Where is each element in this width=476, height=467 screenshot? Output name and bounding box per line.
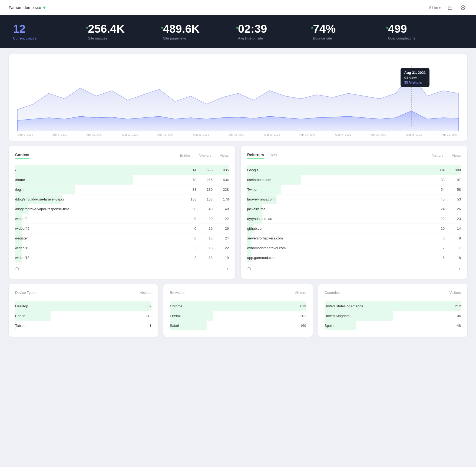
stat-site-uniques: 256.4K Site uniques xyxy=(88,23,163,40)
row-visitors: 619 xyxy=(290,304,306,308)
row-label: dyrynda.com.au xyxy=(247,217,428,221)
x-label-10: Aug 26, 2021 xyxy=(371,133,387,136)
row-views: 23 xyxy=(445,217,461,221)
row-visitors: 48 xyxy=(445,324,461,328)
x-label-5: Aug 16, 2021 xyxy=(193,133,209,136)
goal-completions-label: Goal completions xyxy=(388,36,463,40)
row-label: United States of America xyxy=(325,304,445,308)
row-visitors: 22 xyxy=(428,217,445,221)
svg-line-6 xyxy=(18,270,19,271)
browsers-card: Browsers Visitors Chrome 619 Firefox 201… xyxy=(163,284,313,337)
row-label: usefathom.com xyxy=(247,178,428,182)
row-views: 14 xyxy=(445,226,461,231)
row-visitors: 8 xyxy=(428,236,445,240)
bottom-row: Device Types Visitors Desktop 809 Phone … xyxy=(9,284,467,337)
row-label: dynamodbforlaravel.com xyxy=(247,246,428,250)
content-table-card: Content Entries Viewers Views / 614 655 … xyxy=(9,146,235,279)
search-icon-content[interactable] xyxy=(15,267,19,272)
row-entries: 88 xyxy=(180,188,196,192)
viewers-header: Viewers xyxy=(199,154,211,157)
row-viewers: 189 xyxy=(196,188,213,192)
time-range-label[interactable]: All time xyxy=(429,5,441,10)
row-visitors: 1 xyxy=(135,324,151,328)
row-views: 97 xyxy=(445,178,461,182)
row-views: 26 xyxy=(213,226,229,231)
table-row: Twitter 54 58 xyxy=(247,185,461,195)
table-row: serversforhackers.com 8 8 xyxy=(247,234,461,243)
devices-rows: Desktop 809 Phone 212 Tablet 1 xyxy=(15,301,151,330)
settings-icon[interactable] xyxy=(459,3,467,12)
row-viewers: 18 xyxy=(196,246,213,250)
x-label-3: Aug 12, 2021 xyxy=(122,133,138,136)
row-visitors: 212 xyxy=(445,304,461,308)
views-header-refs: Views xyxy=(452,154,461,157)
list-item: Safari 169 xyxy=(170,321,306,330)
row-label: laravel-news.com xyxy=(247,197,428,201)
table-row: /video/49 0 19 26 xyxy=(15,224,229,234)
devices-card: Device Types Visitors Desktop 809 Phone … xyxy=(9,284,158,337)
row-entries: 0 xyxy=(180,226,196,231)
list-item: United States of America 212 xyxy=(325,301,461,311)
arrow-right-icon-content[interactable] xyxy=(224,267,229,272)
arrow-right-icon-referrers[interactable] xyxy=(457,267,461,272)
row-entries: 2 xyxy=(180,256,196,260)
site-name: Fathom demo site xyxy=(9,5,41,10)
list-item: Firefox 201 xyxy=(170,311,306,321)
row-label: /video/13 xyxy=(15,256,180,260)
row-visitors: 169 xyxy=(290,324,306,328)
entries-header: Entries xyxy=(180,154,191,157)
row-views: 22 xyxy=(213,246,229,250)
row-label: app.gumroad.com xyxy=(247,256,428,260)
x-label-2: Aug 10, 2021 xyxy=(86,133,103,136)
stat-site-pageviews: 489.6K Site pageviews xyxy=(163,23,238,40)
row-views: 26 xyxy=(445,207,461,211)
row-visitors: 10 xyxy=(428,226,445,231)
refs-tab[interactable]: Refs xyxy=(269,153,277,158)
row-views: 7 xyxy=(445,246,461,250)
referrers-table-card: Referrers Refs Visitors Views Google 334… xyxy=(241,146,467,279)
search-icon-referrers[interactable] xyxy=(247,267,252,272)
main-content: Aug 6, 2021 Aug 8, 2021 Aug 10, 2021 Aug… xyxy=(0,48,476,343)
table-row: /video/10 2 18 22 xyxy=(15,243,229,253)
content-rows: / 614 655 835 /home 78 216 434 /login 88… xyxy=(15,165,229,262)
goal-completions-value: 499 xyxy=(388,23,463,35)
table-row: usefathom.com 83 97 xyxy=(247,175,461,185)
row-views: 19 xyxy=(213,256,229,260)
browsers-col: Visitors xyxy=(295,291,306,295)
row-entries: 36 xyxy=(180,207,196,211)
chart-x-labels: Aug 6, 2021 Aug 8, 2021 Aug 10, 2021 Aug… xyxy=(17,133,459,136)
table-row: github.com 10 14 xyxy=(247,224,461,234)
row-visitors: 7 xyxy=(428,246,445,250)
row-views: 48 xyxy=(213,207,229,211)
calendar-icon[interactable] xyxy=(446,3,454,12)
current-visitors-label: Current visitors xyxy=(13,36,88,40)
row-viewers: 18 xyxy=(196,256,213,260)
list-item: Phone 212 xyxy=(15,311,151,321)
countries-header: Countries Visitors xyxy=(325,291,461,297)
bounce-rate-label: Bounce rate xyxy=(313,36,388,40)
live-indicator xyxy=(43,6,45,9)
referrers-tab[interactable]: Referrers xyxy=(247,153,264,159)
table-row: / 614 655 835 xyxy=(15,165,229,175)
referrers-rows: Google 334 388 usefathom.com 83 97 Twitt… xyxy=(247,165,461,262)
row-label: Phone xyxy=(15,314,135,318)
svg-point-4 xyxy=(462,7,464,8)
row-label: /blog/improve-vapor-response-time xyxy=(15,207,180,211)
top-right-controls: All time xyxy=(429,3,467,12)
stat-goal-completions: 499 Goal completions xyxy=(388,23,463,40)
x-label-9: Aug 24, 2021 xyxy=(335,133,351,136)
site-selector[interactable]: Fathom demo site xyxy=(9,5,45,10)
countries-rows: United States of America 212 United King… xyxy=(325,301,461,330)
row-views: 228 xyxy=(213,188,229,192)
avg-time-value: 02:39 xyxy=(238,23,313,35)
content-tab[interactable]: Content xyxy=(15,153,29,159)
row-visitors: 54 xyxy=(428,188,445,192)
list-item: Desktop 809 xyxy=(15,301,151,311)
table-row: Google 334 388 xyxy=(247,165,461,175)
row-visitors: 201 xyxy=(290,314,306,318)
browsers-title: Browsers xyxy=(170,291,184,295)
x-label-7: Aug 20, 2021 xyxy=(264,133,280,136)
main-chart xyxy=(17,61,459,131)
row-views: 24 xyxy=(213,236,229,240)
svg-point-8 xyxy=(248,267,251,270)
